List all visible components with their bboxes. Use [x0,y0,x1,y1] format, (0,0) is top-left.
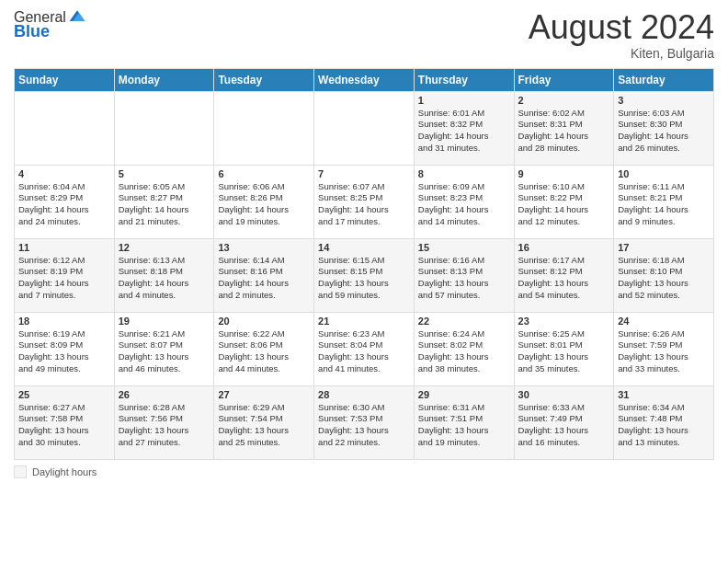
header-row: Sunday Monday Tuesday Wednesday Thursday… [15,68,714,91]
day-info: Sunrise: 6:02 AM Sunset: 8:31 PM Dayligh… [518,108,610,155]
day-info: Sunrise: 6:22 AM Sunset: 8:06 PM Dayligh… [218,328,310,375]
calendar-cell: 20Sunrise: 6:22 AM Sunset: 8:06 PM Dayli… [214,312,314,385]
calendar-cell [314,91,415,165]
day-number: 26 [119,389,210,400]
day-number: 24 [618,316,710,327]
day-info: Sunrise: 6:27 AM Sunset: 7:58 PM Dayligh… [18,402,110,449]
day-number: 4 [18,168,110,179]
day-info: Sunrise: 6:19 AM Sunset: 8:09 PM Dayligh… [18,328,110,375]
calendar-cell: 14Sunrise: 6:15 AM Sunset: 8:15 PM Dayli… [314,238,415,312]
day-info: Sunrise: 6:31 AM Sunset: 7:51 PM Dayligh… [418,402,510,449]
day-info: Sunrise: 6:03 AM Sunset: 8:30 PM Dayligh… [618,108,710,155]
calendar-cell: 6Sunrise: 6:06 AM Sunset: 8:26 PM Daylig… [214,165,314,238]
calendar-cell: 3Sunrise: 6:03 AM Sunset: 8:30 PM Daylig… [614,91,714,165]
day-number: 2 [518,95,610,106]
day-number: 27 [218,389,310,400]
day-number: 9 [518,168,610,179]
day-info: Sunrise: 6:16 AM Sunset: 8:13 PM Dayligh… [418,255,510,302]
col-saturday: Saturday [614,68,714,91]
calendar-cell: 22Sunrise: 6:24 AM Sunset: 8:02 PM Dayli… [414,312,514,385]
day-number: 30 [518,389,610,400]
calendar-cell: 12Sunrise: 6:13 AM Sunset: 8:18 PM Dayli… [114,238,214,312]
calendar-cell: 28Sunrise: 6:30 AM Sunset: 7:53 PM Dayli… [314,385,415,459]
calendar-cell: 23Sunrise: 6:25 AM Sunset: 8:01 PM Dayli… [514,312,614,385]
calendar-cell [214,91,314,165]
col-thursday: Thursday [414,68,514,91]
day-info: Sunrise: 6:23 AM Sunset: 8:04 PM Dayligh… [318,328,410,375]
col-friday: Friday [514,68,614,91]
footer-dot [14,465,27,478]
day-info: Sunrise: 6:26 AM Sunset: 7:59 PM Dayligh… [618,328,710,375]
calendar-cell: 24Sunrise: 6:26 AM Sunset: 7:59 PM Dayli… [614,312,714,385]
day-number: 8 [418,168,510,179]
day-number: 21 [318,316,410,327]
calendar-cell: 4Sunrise: 6:04 AM Sunset: 8:29 PM Daylig… [15,165,115,238]
day-info: Sunrise: 6:15 AM Sunset: 8:15 PM Dayligh… [318,255,410,302]
day-number: 19 [119,316,210,327]
day-info: Sunrise: 6:11 AM Sunset: 8:21 PM Dayligh… [618,181,710,228]
day-info: Sunrise: 6:14 AM Sunset: 8:16 PM Dayligh… [218,255,310,302]
location: Kiten, Bulgaria [529,46,714,61]
calendar-week-0: 1Sunrise: 6:01 AM Sunset: 8:32 PM Daylig… [15,91,714,165]
calendar-cell: 19Sunrise: 6:21 AM Sunset: 8:07 PM Dayli… [114,312,214,385]
footer-label: Daylight hours [32,466,97,477]
day-number: 7 [318,168,410,179]
col-sunday: Sunday [15,68,115,91]
calendar-cell: 1Sunrise: 6:01 AM Sunset: 8:32 PM Daylig… [414,91,514,165]
day-info: Sunrise: 6:06 AM Sunset: 8:26 PM Dayligh… [218,181,310,228]
calendar-week-2: 11Sunrise: 6:12 AM Sunset: 8:19 PM Dayli… [15,238,714,312]
day-info: Sunrise: 6:17 AM Sunset: 8:12 PM Dayligh… [518,255,610,302]
footer: Daylight hours [14,465,714,478]
day-info: Sunrise: 6:04 AM Sunset: 8:29 PM Dayligh… [18,181,110,228]
calendar-cell: 7Sunrise: 6:07 AM Sunset: 8:25 PM Daylig… [314,165,415,238]
day-number: 11 [18,242,110,253]
calendar-cell: 25Sunrise: 6:27 AM Sunset: 7:58 PM Dayli… [15,385,115,459]
calendar-week-3: 18Sunrise: 6:19 AM Sunset: 8:09 PM Dayli… [15,312,714,385]
calendar-cell: 26Sunrise: 6:28 AM Sunset: 7:56 PM Dayli… [114,385,214,459]
day-number: 31 [618,389,710,400]
day-info: Sunrise: 6:09 AM Sunset: 8:23 PM Dayligh… [418,181,510,228]
calendar-cell: 13Sunrise: 6:14 AM Sunset: 8:16 PM Dayli… [214,238,314,312]
day-number: 18 [18,316,110,327]
day-number: 15 [418,242,510,253]
day-number: 29 [418,389,510,400]
calendar-cell: 29Sunrise: 6:31 AM Sunset: 7:51 PM Dayli… [414,385,514,459]
calendar-cell: 9Sunrise: 6:10 AM Sunset: 8:22 PM Daylig… [514,165,614,238]
calendar-cell: 10Sunrise: 6:11 AM Sunset: 8:21 PM Dayli… [614,165,714,238]
logo: General Blue [14,9,86,41]
day-number: 17 [618,242,710,253]
calendar-cell: 11Sunrise: 6:12 AM Sunset: 8:19 PM Dayli… [15,238,115,312]
day-number: 22 [418,316,510,327]
header: General Blue August 2024 Kiten, Bulgaria [14,9,714,61]
calendar-week-1: 4Sunrise: 6:04 AM Sunset: 8:29 PM Daylig… [15,165,714,238]
calendar-cell [114,91,214,165]
col-tuesday: Tuesday [214,68,314,91]
calendar-cell: 31Sunrise: 6:34 AM Sunset: 7:48 PM Dayli… [614,385,714,459]
day-number: 5 [119,168,210,179]
day-info: Sunrise: 6:33 AM Sunset: 7:49 PM Dayligh… [518,402,610,449]
day-info: Sunrise: 6:28 AM Sunset: 7:56 PM Dayligh… [119,402,210,449]
day-number: 12 [119,242,210,253]
title-block: August 2024 Kiten, Bulgaria [529,9,714,61]
logo-icon [68,7,86,26]
day-number: 25 [18,389,110,400]
day-info: Sunrise: 6:30 AM Sunset: 7:53 PM Dayligh… [318,402,410,449]
col-monday: Monday [114,68,214,91]
calendar-cell: 5Sunrise: 6:05 AM Sunset: 8:27 PM Daylig… [114,165,214,238]
col-wednesday: Wednesday [314,68,415,91]
day-number: 28 [318,389,410,400]
calendar-cell: 15Sunrise: 6:16 AM Sunset: 8:13 PM Dayli… [414,238,514,312]
calendar-cell [15,91,115,165]
day-info: Sunrise: 6:13 AM Sunset: 8:18 PM Dayligh… [119,255,210,302]
day-info: Sunrise: 6:07 AM Sunset: 8:25 PM Dayligh… [318,181,410,228]
calendar-cell: 2Sunrise: 6:02 AM Sunset: 8:31 PM Daylig… [514,91,614,165]
day-info: Sunrise: 6:25 AM Sunset: 8:01 PM Dayligh… [518,328,610,375]
day-number: 14 [318,242,410,253]
calendar-week-4: 25Sunrise: 6:27 AM Sunset: 7:58 PM Dayli… [15,385,714,459]
day-info: Sunrise: 6:21 AM Sunset: 8:07 PM Dayligh… [119,328,210,375]
day-number: 13 [218,242,310,253]
calendar-cell: 18Sunrise: 6:19 AM Sunset: 8:09 PM Dayli… [15,312,115,385]
month-year: August 2024 [529,9,714,46]
day-info: Sunrise: 6:10 AM Sunset: 8:22 PM Dayligh… [518,181,610,228]
day-number: 16 [518,242,610,253]
